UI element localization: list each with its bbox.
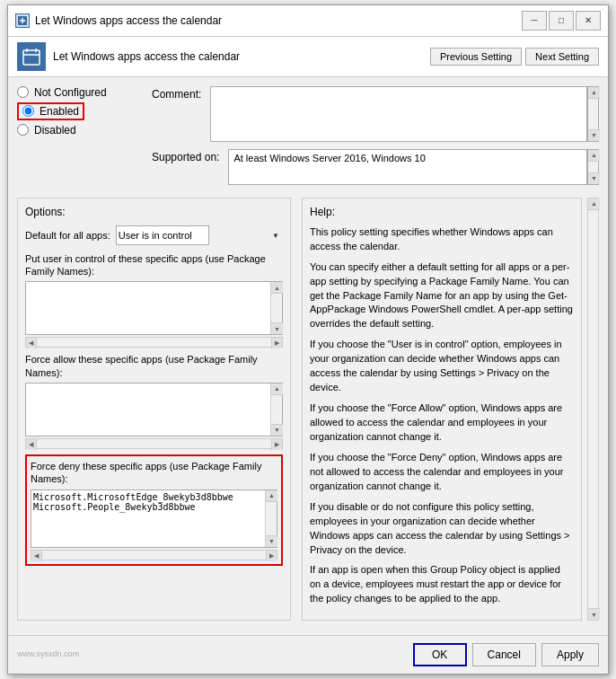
default-row: Default for all apps: User is in control… (25, 225, 283, 245)
minimize-button[interactable]: ─ (522, 11, 547, 31)
pkg-scroll-up-2[interactable]: ▲ (271, 384, 283, 395)
supported-scrollbar: ▲ ▼ (587, 149, 599, 185)
supported-scroll-down[interactable]: ▼ (588, 172, 600, 184)
help-right-scrollbar: ▲ ▼ (587, 198, 599, 622)
next-setting-button[interactable]: Next Setting (525, 48, 599, 66)
help-text: This policy setting specifies whether Wi… (310, 225, 574, 607)
header-buttons: Previous Setting Next Setting (430, 48, 599, 66)
h-scroll-right-1[interactable]: ▶ (271, 338, 282, 348)
window-icon (15, 13, 30, 28)
comment-scroll-down[interactable]: ▼ (588, 129, 600, 141)
comment-textarea[interactable] (210, 86, 587, 142)
force-deny-textarea-wrapper: ▲ ▼ (31, 489, 277, 548)
bottom-buttons: www.sysxdn.com OK Cancel Apply (8, 635, 608, 674)
force-deny-h-scroll-track (42, 551, 266, 560)
force-deny-scroll-up[interactable]: ▲ (266, 490, 277, 502)
watermark: www.sysxdn.com (17, 649, 83, 660)
pkg-scrollbar-2: ▲ ▼ (270, 384, 282, 436)
comment-section: Comment: ▲ ▼ (152, 86, 599, 142)
help-p2: You can specify either a default setting… (310, 260, 574, 332)
comment-scrollbar: ▲ ▼ (587, 86, 599, 142)
pkg-section-2: Force allow these specific apps (use Pac… (25, 353, 283, 449)
supported-label: Supported on: (152, 149, 219, 185)
supported-value: At least Windows Server 2016, Windows 10 (228, 149, 587, 185)
pkg-scroll-down-2[interactable]: ▼ (271, 424, 283, 436)
pkg-textarea-wrapper-2: ▲ ▼ (25, 383, 283, 436)
force-deny-label: Force deny these specific apps (use Pack… (31, 460, 277, 486)
right-fields: Comment: ▲ ▼ Supported on: At least Wind… (152, 86, 599, 192)
comment-scroll-up[interactable]: ▲ (588, 87, 600, 99)
pkg-hscroll-2: ◀ ▶ (25, 438, 283, 449)
header-icon (17, 42, 46, 71)
force-deny-scrollbar: ▲ ▼ (265, 490, 277, 547)
main-window: Let Windows apps access the calendar ─ □… (7, 4, 609, 675)
h-scroll-left-2[interactable]: ◀ (26, 439, 37, 450)
disabled-radio[interactable] (17, 124, 29, 136)
not-configured-label: Not Configured (34, 86, 107, 99)
help-scroll-up[interactable]: ▲ (588, 198, 600, 210)
title-bar-left: Let Windows apps access the calendar (15, 13, 222, 28)
pkg-textarea-2[interactable] (26, 384, 270, 436)
force-deny-h-scroll-left[interactable]: ◀ (31, 551, 42, 561)
force-deny-h-scroll-right[interactable]: ▶ (266, 551, 277, 561)
h-scroll-right-2[interactable]: ▶ (271, 439, 282, 450)
title-controls: ─ □ ✕ (522, 11, 601, 31)
enabled-option: Enabled (17, 102, 143, 120)
pkg-label-2: Force allow these specific apps (use Pac… (25, 353, 283, 379)
disabled-label: Disabled (34, 124, 76, 137)
content-area: Not Configured Enabled Disabled Comment: (8, 77, 608, 636)
pkg-textarea-1[interactable] (26, 282, 270, 334)
enabled-highlight: Enabled (17, 102, 84, 120)
radio-group: Not Configured Enabled Disabled (17, 86, 143, 192)
pkg-scroll-up-1[interactable]: ▲ (271, 282, 283, 294)
force-deny-scroll-down[interactable]: ▼ (266, 535, 277, 547)
help-p6: If you disable or do not configure this … (310, 500, 574, 558)
default-label: Default for all apps: (25, 230, 110, 241)
help-p7: If an app is open when this Group Policy… (310, 563, 574, 606)
close-button[interactable]: ✕ (576, 11, 601, 31)
h-scroll-track-2 (37, 439, 271, 448)
supported-scroll-up[interactable]: ▲ (588, 150, 600, 162)
pkg-textarea-wrapper-1: ▲ ▼ (25, 281, 283, 335)
svg-rect-1 (23, 50, 40, 65)
enabled-label: Enabled (40, 105, 79, 118)
help-header: Help: (310, 206, 574, 218)
title-bar: Let Windows apps access the calendar ─ □… (8, 5, 608, 37)
apply-button[interactable]: Apply (541, 643, 599, 666)
help-p3: If you choose the "User is in control" o… (310, 338, 574, 395)
default-select[interactable]: User is in control Force Allow Force Den… (116, 225, 209, 245)
options-section: Options: Default for all apps: User is i… (17, 198, 291, 622)
cancel-button[interactable]: Cancel (472, 643, 536, 666)
enabled-radio[interactable] (22, 105, 34, 117)
help-section: Help: This policy setting specifies whet… (302, 198, 582, 622)
default-select-wrapper: User is in control Force Allow Force Den… (116, 225, 283, 245)
supported-section: Supported on: At least Windows Server 20… (152, 149, 599, 185)
pkg-section-1: Put user in control of these specific ap… (25, 252, 283, 348)
h-scroll-left-1[interactable]: ◀ (26, 338, 37, 348)
maximize-button[interactable]: □ (549, 11, 574, 31)
pkg-scroll-down-1[interactable]: ▼ (271, 322, 283, 334)
options-help-container: Options: Default for all apps: User is i… (17, 198, 599, 622)
header-title: Let Windows apps access the calendar (53, 50, 240, 63)
ok-button[interactable]: OK (413, 643, 467, 666)
not-configured-radio[interactable] (17, 86, 29, 98)
pkg-scrollbar-1: ▲ ▼ (270, 282, 282, 334)
window-title: Let Windows apps access the calendar (35, 14, 222, 27)
header-left: Let Windows apps access the calendar (17, 42, 240, 71)
force-deny-hscroll: ◀ ▶ (31, 550, 277, 560)
disabled-option: Disabled (17, 124, 143, 137)
comment-label: Comment: (152, 86, 201, 142)
force-deny-textarea[interactable] (31, 490, 265, 547)
help-p5: If you choose the "Force Deny" option, W… (310, 451, 574, 494)
force-deny-section: Force deny these specific apps (use Pack… (25, 454, 283, 566)
not-configured-option: Not Configured (17, 86, 143, 99)
header-row: Let Windows apps access the calendar Pre… (8, 37, 608, 77)
pkg-label-1: Put user in control of these specific ap… (25, 252, 283, 278)
help-p1: This policy setting specifies whether Wi… (310, 225, 574, 254)
help-scroll-down[interactable]: ▼ (588, 608, 600, 620)
help-p4: If you choose the "Force Allow" option, … (310, 401, 574, 445)
pkg-hscroll-1: ◀ ▶ (25, 337, 283, 348)
h-scroll-track-1 (37, 338, 271, 347)
previous-setting-button[interactable]: Previous Setting (430, 48, 522, 66)
options-header: Options: (25, 206, 283, 218)
